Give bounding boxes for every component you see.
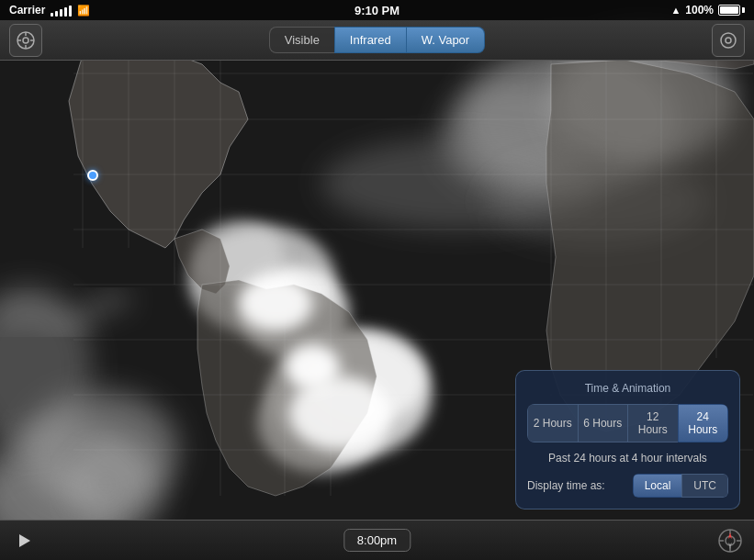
signal-bar-3 — [60, 9, 62, 17]
bottom-bar: 8:00pm — [0, 520, 754, 560]
svg-point-47 — [726, 536, 735, 545]
time-utc-btn[interactable]: UTC — [681, 474, 728, 498]
signal-bar-2 — [55, 11, 58, 17]
battery-fill — [720, 6, 738, 14]
status-right: ▲ 100% — [670, 4, 745, 17]
svg-marker-45 — [19, 534, 30, 547]
battery-indicator — [718, 5, 745, 16]
panel-title: Time & Animation — [527, 382, 728, 395]
signal-bar-4 — [64, 7, 67, 17]
time-local-btn[interactable]: Local — [633, 474, 682, 498]
signal-bars — [51, 4, 72, 17]
display-time-row: Display time as: Local UTC — [527, 474, 728, 498]
tab-infrared[interactable]: Infrared — [334, 27, 407, 53]
svg-point-38 — [23, 38, 28, 43]
settings-button[interactable] — [712, 24, 745, 57]
play-button[interactable] — [9, 526, 39, 555]
time-animation-panel: Time & Animation 2 Hours 6 Hours 12 Hour… — [515, 370, 740, 510]
battery-percent: 100% — [685, 4, 714, 17]
display-time-label: Display time as: — [527, 479, 605, 492]
duration-button-group: 2 Hours 6 Hours 12 Hours 24 Hours — [527, 404, 728, 442]
duration-6h[interactable]: 6 Hours — [578, 404, 628, 442]
compass-icon — [16, 30, 36, 50]
time-toggle-group: Local UTC — [633, 474, 728, 498]
battery-body — [718, 5, 740, 16]
duration-2h[interactable]: 2 Hours — [527, 404, 578, 442]
svg-point-44 — [726, 38, 731, 43]
duration-12h[interactable]: 12 Hours — [627, 404, 678, 442]
carrier-label: Carrier — [9, 4, 45, 17]
tab-wvapor[interactable]: W. Vapor — [407, 27, 486, 53]
toolbar-right — [712, 24, 745, 57]
location-button[interactable] — [9, 24, 42, 57]
tab-visible[interactable]: Visible — [269, 27, 334, 53]
compass-nav-button[interactable] — [715, 526, 745, 555]
battery-tip — [742, 7, 745, 13]
status-time: 9:10 PM — [354, 4, 400, 17]
svg-point-36 — [285, 344, 340, 390]
status-bar: Carrier 📶 9:10 PM ▲ 100% — [0, 0, 754, 20]
signal-bar-5 — [69, 6, 72, 17]
location-dot — [87, 170, 98, 181]
play-icon — [15, 532, 33, 550]
tab-group: Visible Infrared W. Vapor — [269, 27, 485, 53]
location-arrow-icon: ▲ — [670, 5, 681, 16]
duration-24h[interactable]: 24 Hours — [678, 404, 729, 442]
wifi-icon: 📶 — [77, 5, 90, 17]
svg-point-43 — [721, 33, 736, 48]
interval-description: Past 24 hours at 4 hour intervals — [527, 452, 728, 465]
svg-point-34 — [239, 275, 312, 330]
compass-nav-icon — [717, 528, 743, 554]
signal-bar-1 — [51, 13, 53, 17]
settings-icon — [718, 30, 738, 50]
status-left: Carrier 📶 — [9, 4, 90, 17]
toolbar-left — [9, 24, 42, 57]
toolbar: Visible Infrared W. Vapor — [0, 20, 754, 61]
time-display: 8:00pm — [343, 529, 411, 552]
